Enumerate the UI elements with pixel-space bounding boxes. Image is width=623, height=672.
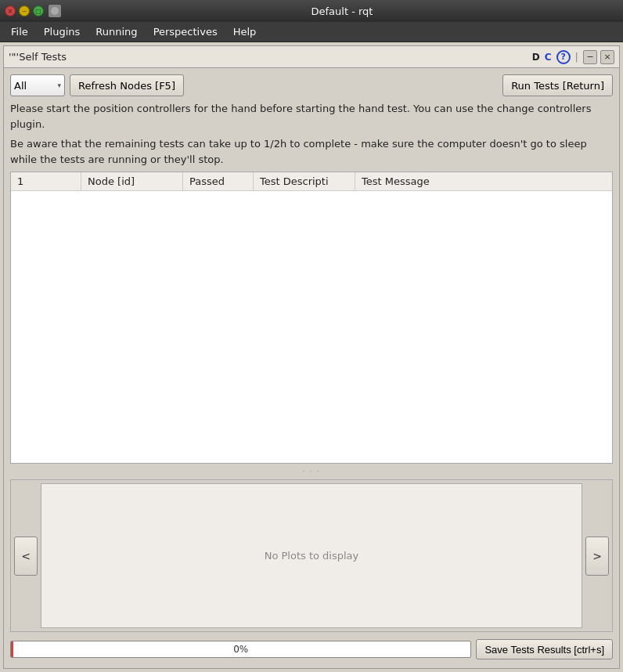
splitter[interactable]: · · · [10,468,613,475]
panel-content: All ▾ Refresh Nodes [F5] Run Tests [Retu… [3,67,620,669]
panel-controls: D C ? | − × [532,50,614,64]
main-window: '"'Self Tests D C ? | − × All ▾ Refresh … [0,42,623,672]
detach-icon[interactable]: D [532,52,540,63]
splitter-handle: · · · [303,468,321,475]
col-passed: Passed [183,172,254,190]
combo-arrow-icon: ▾ [57,81,61,89]
menubar: File Plugins Running Perspectives Help [0,22,623,42]
progress-label: 0% [233,644,248,655]
titlebar: × − □ Default - rqt [0,0,623,22]
col-num: 1 [11,172,81,190]
refresh-nodes-button[interactable]: Refresh Nodes [F5] [70,74,184,96]
minimize-button[interactable]: − [19,5,30,16]
progress-bar-fill [11,641,13,657]
menu-plugins[interactable]: Plugins [36,23,88,40]
close-button[interactable]: × [5,5,16,16]
panel-close-button[interactable]: × [600,50,614,64]
maximize-button[interactable]: □ [33,5,44,16]
no-plots-message: No Plots to display [265,550,359,562]
svg-point-0 [51,7,59,15]
separator: | [575,51,578,63]
plot-display: No Plots to display [41,483,582,628]
filter-combo[interactable]: All ▾ [10,74,65,96]
menu-help[interactable]: Help [225,23,265,40]
window-title: Default - rqt [66,5,618,17]
col-msg: Test Message [355,172,612,190]
menu-file[interactable]: File [3,23,36,40]
panel-header: '"'Self Tests D C ? | − × [3,45,620,67]
config-icon[interactable]: C [545,52,552,63]
plot-next-button[interactable]: > [585,537,609,576]
panel-minimize-button[interactable]: − [583,50,597,64]
help-icon[interactable]: ? [556,50,571,64]
run-tests-button[interactable]: Run Tests [Return] [502,74,613,96]
combo-value: All [14,80,27,92]
progress-bar-container: 0% [10,641,471,658]
statusbar: 0% Save Tests Results [ctrl+s] [10,637,613,662]
col-node: Node [id] [81,172,183,190]
plot-prev-button[interactable]: < [14,537,38,576]
plot-area: < No Plots to display > [10,479,613,632]
info-text-2: Be aware that the remaining tests can ta… [10,136,613,167]
panel-title: '"'Self Tests [9,51,67,63]
window-controls: × − □ [5,5,44,16]
col-desc: Test Descripti [254,172,355,190]
save-results-button[interactable]: Save Tests Results [ctrl+s] [476,639,613,659]
menu-perspectives[interactable]: Perspectives [146,23,225,40]
info-text-1: Please start the position controllers fo… [10,101,613,132]
app-icon [49,5,61,17]
table-header: 1 Node [id] Passed Test Descripti Test M… [11,172,612,191]
table-body [11,191,612,348]
menu-running[interactable]: Running [88,23,145,40]
test-results-table: 1 Node [id] Passed Test Descripti Test M… [10,172,613,464]
toolbar: All ▾ Refresh Nodes [F5] Run Tests [Retu… [10,74,613,96]
